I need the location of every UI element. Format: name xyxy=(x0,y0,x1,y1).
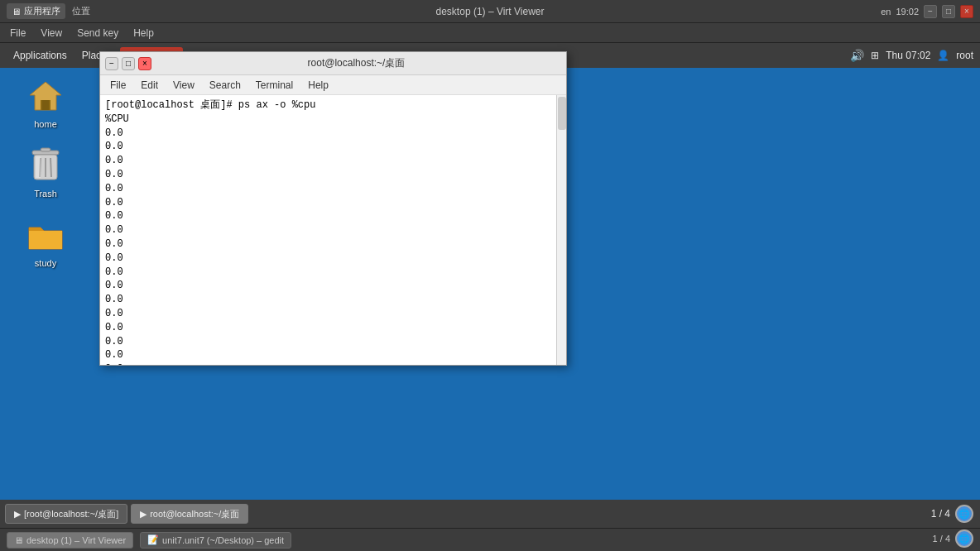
guest-user-icon: 👤 xyxy=(937,50,949,61)
app-menu[interactable]: 🖥 应用程序 xyxy=(7,3,65,19)
guest-topbar-right: 🔊 ⊞ Thu 07:02 👤 root xyxy=(850,49,973,62)
study-icon-label: study xyxy=(35,258,56,268)
virt-viewer-menubar: File View Send key Help xyxy=(0,23,980,43)
close-button[interactable]: × xyxy=(960,5,973,18)
terminal-close-button[interactable]: × xyxy=(138,57,151,70)
taskbar-item-terminal2[interactable]: ▶ root@localhost:~/桌面 xyxy=(131,504,248,524)
terminal1-icon: ▶ xyxy=(14,509,21,520)
output-line: 0.0 xyxy=(105,321,561,335)
output-line: 0.0 xyxy=(105,168,561,182)
virt-viewer-bottombar: 🖥 desktop (1) – Virt Viewer 📝 unit7.unit… xyxy=(0,528,980,551)
bottom-task-virt-viewer[interactable]: 🖥 desktop (1) – Virt Viewer xyxy=(7,532,133,549)
terminal-menu-help[interactable]: Help xyxy=(301,78,335,93)
menu-help[interactable]: Help xyxy=(127,26,161,41)
output-line: 0.0 xyxy=(105,266,561,280)
guest-applications-menu[interactable]: Applications xyxy=(7,48,74,63)
terminal2-label: root@localhost:~/桌面 xyxy=(150,508,239,520)
virt-viewer-topbar: 🖥 应用程序 位置 desktop (1) – Virt Viewer en 1… xyxy=(0,0,980,23)
terminal1-label: [root@localhost:~/桌面] xyxy=(24,508,118,520)
gedit-task-label: unit7.unit7 (~/Desktop) – gedit xyxy=(162,535,284,545)
virt-viewer-title: desktop (1) – Virt Viewer xyxy=(436,6,545,17)
bottom-globe-icon: 🌐 xyxy=(955,529,973,548)
desktop-icon-trash[interactable]: Trash xyxy=(17,146,74,199)
guest-page-indicator: 1 / 4 xyxy=(931,508,950,520)
menu-view[interactable]: View xyxy=(34,26,69,41)
svg-rect-2 xyxy=(42,100,49,110)
guest-taskbar: ▶ [root@localhost:~/桌面] ▶ root@localhost… xyxy=(0,500,980,528)
terminal-scroll-thumb[interactable] xyxy=(558,97,566,130)
taskbar-item-terminal1[interactable]: ▶ [root@localhost:~/桌面] xyxy=(5,504,127,524)
guest-clock: Thu 07:02 xyxy=(886,50,930,61)
virt-viewer-icon: 🖥 xyxy=(14,535,23,545)
terminal-window-controls: − □ × xyxy=(105,57,151,70)
applications-label: Applications xyxy=(13,50,67,61)
guest-taskbar-right: 1 / 4 🌐 xyxy=(931,505,973,523)
menu-file[interactable]: File xyxy=(3,26,32,41)
desktop-icons: home xyxy=(17,76,74,268)
terminal-menu-search[interactable]: Search xyxy=(203,78,247,93)
terminal-output-header: %CPU xyxy=(105,113,561,127)
desktop-icon-study[interactable]: study xyxy=(17,215,74,268)
output-line: 0.0 xyxy=(105,127,561,141)
output-line: 0.0 xyxy=(105,348,561,362)
output-line: 0.0 xyxy=(105,196,561,210)
terminal-menu-file[interactable]: File xyxy=(103,78,132,93)
output-line: 0.0 xyxy=(105,209,561,223)
bottom-page-indicator: 1 / 4 xyxy=(933,534,950,544)
guest-globe-icon: 🌐 xyxy=(955,505,973,523)
output-line: 0.0 xyxy=(105,362,561,365)
virt-viewer-window: 🖥 应用程序 位置 desktop (1) – Virt Viewer en 1… xyxy=(0,0,980,551)
terminal-window: − □ × root@localhost:~/桌面 File Edit View… xyxy=(99,51,567,366)
topbar-left: 🖥 应用程序 位置 xyxy=(7,3,90,19)
clock: 19:02 xyxy=(896,7,919,17)
svg-line-8 xyxy=(50,158,51,177)
terminal-restore-button[interactable]: □ xyxy=(122,57,135,70)
output-line: 0.0 xyxy=(105,307,561,321)
terminal-scrollbar[interactable] xyxy=(556,95,566,365)
minimize-button[interactable]: − xyxy=(924,5,937,18)
desktop-icon-home[interactable]: home xyxy=(17,76,74,129)
terminal-body[interactable]: [root@localhost 桌面]# ps ax -o %cpu %CPU … xyxy=(100,95,566,365)
locale-indicator: en xyxy=(881,7,891,17)
output-line: 0.0 xyxy=(105,293,561,307)
svg-rect-4 xyxy=(41,148,50,151)
svg-rect-9 xyxy=(36,156,41,178)
output-line: 0.0 xyxy=(105,154,561,168)
trash-icon xyxy=(26,146,65,185)
home-icon xyxy=(26,76,65,116)
topbar-right: en 19:02 − □ × xyxy=(881,5,973,18)
bottom-task-gedit[interactable]: 📝 unit7.unit7 (~/Desktop) – gedit xyxy=(140,532,291,549)
home-icon-label: home xyxy=(34,119,57,129)
terminal-menu-terminal[interactable]: Terminal xyxy=(249,78,300,93)
guest-user: root xyxy=(956,50,973,61)
terminal-titlebar: − □ × root@localhost:~/桌面 xyxy=(100,52,566,75)
restore-button[interactable]: □ xyxy=(942,5,955,18)
output-line: 0.0 xyxy=(105,279,561,293)
app-menu-label[interactable]: 应用程序 xyxy=(24,5,60,17)
output-line: 0.0 xyxy=(105,223,561,237)
terminal-menu-view[interactable]: View xyxy=(166,78,201,93)
output-line: 0.0 xyxy=(105,252,561,266)
terminal-menubar: File Edit View Search Terminal Help xyxy=(100,75,566,95)
speaker-icon: 🔊 xyxy=(850,49,864,62)
virt-viewer-bottom-right: 1 / 4 🌐 xyxy=(933,529,973,548)
terminal2-icon: ▶ xyxy=(140,509,147,520)
location-menu[interactable]: 位置 xyxy=(72,5,90,17)
display-icon: ⊞ xyxy=(871,50,879,61)
guest-desktop: Applications Places ▶ Terminal 🔊 ⊞ Thu 0… xyxy=(0,43,980,528)
virt-viewer-task-label: desktop (1) – Virt Viewer xyxy=(26,535,126,545)
terminal-menu-edit[interactable]: Edit xyxy=(134,78,165,93)
terminal-window-title: root@localhost:~/桌面 xyxy=(151,56,561,70)
gedit-icon: 📝 xyxy=(147,534,159,545)
menu-sendkey[interactable]: Send key xyxy=(70,26,125,41)
folder-icon xyxy=(26,215,65,255)
app-menu-icon: 🖥 xyxy=(12,7,21,17)
trash-icon-label: Trash xyxy=(34,189,57,199)
output-line: 0.0 xyxy=(105,182,561,196)
terminal-output-lines: 0.0 0.0 0.0 0.0 0.0 0.0 0.0 0.0 0.0 0.0 … xyxy=(105,127,561,365)
terminal-prompt: [root@localhost 桌面]# ps ax -o %cpu xyxy=(105,98,561,113)
output-line: 0.0 xyxy=(105,335,561,349)
terminal-minimize-button[interactable]: − xyxy=(105,57,118,70)
output-line: 0.0 xyxy=(105,237,561,252)
output-line: 0.0 xyxy=(105,140,561,154)
